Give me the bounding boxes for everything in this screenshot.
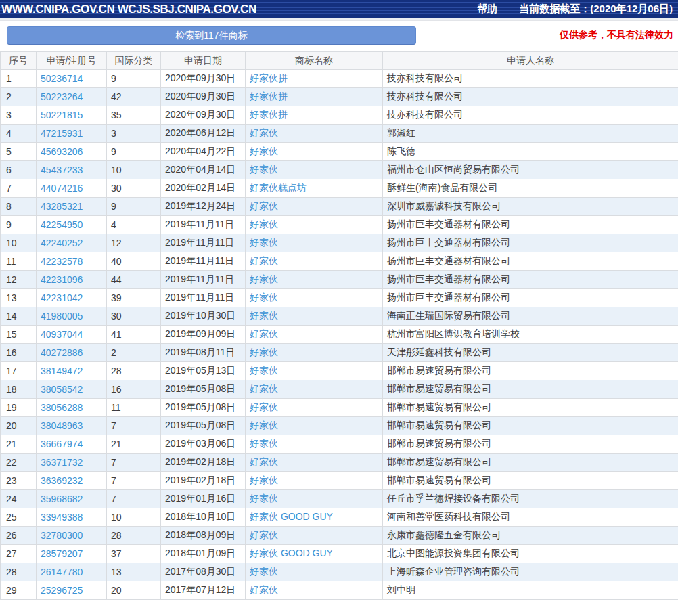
trademark-link[interactable]: 好家伙 GOOD GUY [246,508,383,527]
reg-no-link[interactable]: 35968682 [37,490,107,508]
column-header-trademark: 商标名称 [246,52,383,70]
reg-no-link[interactable]: 42240252 [37,234,107,252]
intl-class-cell: 9 [107,198,161,216]
reg-no-link[interactable]: 26147780 [37,563,107,581]
reg-no-link[interactable]: 28579207 [37,545,107,563]
trademark-link[interactable]: 好家伙 [246,472,383,490]
reg-no-link[interactable]: 25296725 [37,581,107,600]
table-row: 1 50236714 9 2020年09月30日 好家伙拼 技亦科技有限公司 [1,70,678,88]
serial-cell: 28 [1,563,37,581]
trademark-link[interactable]: 好家伙 [246,417,383,435]
reg-no-link[interactable]: 33949388 [37,508,107,527]
trademark-link[interactable]: 好家伙 [246,143,383,161]
reg-no-link[interactable]: 38149472 [37,362,107,380]
reg-no-link[interactable]: 32780300 [37,527,107,545]
trademark-link[interactable]: 好家伙 [246,326,383,344]
intl-class-cell: 30 [107,179,161,198]
applicant-cell: 扬州市巨丰交通器材有限公司 [383,271,678,289]
table-row: 12 42231096 44 2019年11月11日 好家伙 扬州市巨丰交通器材… [1,271,678,289]
trademark-link[interactable]: 好家伙 [246,161,383,179]
intl-class-cell: 20 [107,581,161,600]
serial-cell: 6 [1,161,37,179]
reg-no-link[interactable]: 42254950 [37,216,107,234]
trademark-link[interactable]: 好家伙拼 [246,88,383,106]
reg-no-link[interactable]: 42232578 [37,252,107,271]
reg-no-link[interactable]: 38058542 [37,380,107,399]
reg-no-link[interactable]: 50223264 [37,88,107,106]
date-cell: 2019年02月18日 [161,472,246,490]
trademark-link[interactable]: 好家伙 [246,399,383,417]
date-cell: 2019年01月16日 [161,490,246,508]
intl-class-cell: 9 [107,70,161,88]
reg-no-link[interactable]: 40272886 [37,344,107,362]
reg-no-link[interactable]: 42231042 [37,289,107,307]
trademark-link[interactable]: 好家伙 [246,307,383,326]
reg-no-link[interactable]: 36667974 [37,435,107,454]
date-cell: 2020年09月30日 [161,70,246,88]
trademark-link[interactable]: 好家伙 [246,125,383,143]
applicant-cell: 天津彤延鑫科技有限公司 [383,344,678,362]
trademark-link[interactable]: 好家伙拼 [246,70,383,88]
trademark-link[interactable]: 好家伙 [246,563,383,581]
serial-cell: 23 [1,472,37,490]
trademark-link[interactable]: 好家伙 [246,454,383,472]
reg-no-link[interactable]: 36371732 [37,454,107,472]
intl-class-cell: 12 [107,234,161,252]
trademark-link[interactable]: 好家伙 [246,252,383,271]
reg-no-link[interactable]: 47215931 [37,125,107,143]
table-row: 26 32780300 28 2018年08月09日 好家伙 永康市鑫德隆五金有… [1,527,678,545]
table-row: 24 35968682 7 2019年01月16日 好家伙 任丘市孚兰德焊接设备… [1,490,678,508]
reg-no-link[interactable]: 40937044 [37,326,107,344]
table-row: 16 40272886 2 2019年08月11日 好家伙 天津彤延鑫科技有限公… [1,344,678,362]
serial-cell: 20 [1,417,37,435]
trademark-link[interactable]: 好家伙 [246,527,383,545]
reg-no-link[interactable]: 44074216 [37,179,107,198]
intl-class-cell: 37 [107,545,161,563]
table-body: 1 50236714 9 2020年09月30日 好家伙拼 技亦科技有限公司 2… [1,70,678,600]
reg-no-link[interactable]: 50221815 [37,106,107,125]
result-count-button[interactable]: 检索到117件商标 [7,26,416,45]
site-url: WWW.CNIPA.GOV.CN WCJS.SBJ.CNIPA.GOV.CN [0,3,256,16]
reg-no-link[interactable]: 45693206 [37,143,107,161]
help-link[interactable]: 帮助 [477,3,497,16]
trademark-link[interactable]: 好家伙糕点坊 [246,179,383,198]
table-row: 28 26147780 13 2017年08月30日 好家伙 上海昕森企业管理咨… [1,563,678,581]
serial-cell: 3 [1,106,37,125]
column-header-applicant: 申请人名称 [383,52,678,70]
applicant-cell: 北京中图能源投资集团有限公司 [383,545,678,563]
reg-no-link[interactable]: 38048963 [37,417,107,435]
trademark-link[interactable]: 好家伙 GOOD GUY [246,545,383,563]
results-table: 序号 申请/注册号 国际分类 申请日期 商标名称 申请人名称 1 5023671… [0,51,678,600]
serial-cell: 8 [1,198,37,216]
intl-class-cell: 42 [107,88,161,106]
trademark-link[interactable]: 好家伙 [246,490,383,508]
reg-no-link[interactable]: 36369232 [37,472,107,490]
trademark-link[interactable]: 好家伙 [246,289,383,307]
applicant-cell: 杭州市富阳区博识教育培训学校 [383,326,678,344]
trademark-link[interactable]: 好家伙 [246,380,383,399]
date-cell: 2019年08月11日 [161,344,246,362]
reg-no-link[interactable]: 38056288 [37,399,107,417]
date-cell: 2019年09月09日 [161,326,246,344]
trademark-link[interactable]: 好家伙 [246,362,383,380]
intl-class-cell: 39 [107,289,161,307]
trademark-link[interactable]: 好家伙 [246,581,383,600]
serial-cell: 18 [1,380,37,399]
table-row: 27 28579207 37 2018年01月09日 好家伙 GOOD GUY … [1,545,678,563]
trademark-link[interactable]: 好家伙 [246,198,383,216]
reg-no-link[interactable]: 43285321 [37,198,107,216]
reg-no-link[interactable]: 45437233 [37,161,107,179]
trademark-link[interactable]: 好家伙 [246,234,383,252]
intl-class-cell: 11 [107,399,161,417]
trademark-link[interactable]: 好家伙 [246,216,383,234]
serial-cell: 1 [1,70,37,88]
date-cell: 2019年05月08日 [161,380,246,399]
applicant-cell: 邯郸市易速贸易有限公司 [383,435,678,454]
trademark-link[interactable]: 好家伙拼 [246,106,383,125]
reg-no-link[interactable]: 41980005 [37,307,107,326]
reg-no-link[interactable]: 42231096 [37,271,107,289]
trademark-link[interactable]: 好家伙 [246,271,383,289]
trademark-link[interactable]: 好家伙 [246,344,383,362]
trademark-link[interactable]: 好家伙 [246,435,383,454]
reg-no-link[interactable]: 50236714 [37,70,107,88]
